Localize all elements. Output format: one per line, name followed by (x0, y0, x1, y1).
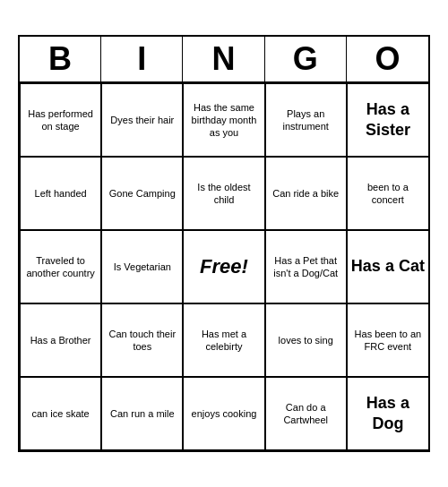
bingo-cell-15[interactable]: Has a Brother (20, 303, 101, 377)
bingo-card: BINGO Has performed on stageDyes their h… (18, 35, 430, 452)
bingo-cell-13[interactable]: Has a Pet that isn't a Dog/Cat (265, 230, 347, 303)
bingo-cell-1[interactable]: Dyes their hair (101, 83, 183, 157)
bingo-cell-23[interactable]: Can do a Cartwheel (265, 377, 347, 450)
bingo-cell-22[interactable]: enjoys cooking (183, 377, 264, 450)
bingo-cell-0[interactable]: Has performed on stage (20, 83, 101, 157)
bingo-cell-12[interactable]: Free! (183, 230, 264, 303)
bingo-cell-5[interactable]: Left handed (20, 157, 101, 230)
bingo-cell-20[interactable]: can ice skate (20, 377, 101, 450)
bingo-cell-16[interactable]: Can touch their toes (101, 303, 183, 377)
bingo-cell-14[interactable]: Has a Cat (347, 230, 428, 303)
bingo-cell-21[interactable]: Can run a mile (101, 377, 183, 450)
bingo-cell-11[interactable]: Is Vegetarian (101, 230, 183, 303)
bingo-cell-17[interactable]: Has met a celebirty (183, 303, 264, 377)
bingo-grid: Has performed on stageDyes their hairHas… (20, 83, 428, 450)
bingo-letter-g: G (265, 37, 347, 81)
bingo-letter-o: O (347, 37, 428, 81)
bingo-header: BINGO (20, 37, 428, 83)
bingo-cell-10[interactable]: Traveled to another country (20, 230, 101, 303)
bingo-cell-19[interactable]: Has been to an FRC event (347, 303, 428, 377)
bingo-cell-18[interactable]: loves to sing (265, 303, 347, 377)
bingo-cell-9[interactable]: been to a concert (347, 157, 428, 230)
bingo-cell-4[interactable]: Has a Sister (347, 83, 428, 157)
bingo-cell-8[interactable]: Can ride a bike (265, 157, 347, 230)
bingo-cell-3[interactable]: Plays an instrument (265, 83, 347, 157)
bingo-cell-2[interactable]: Has the same birthday month as you (183, 83, 264, 157)
bingo-cell-6[interactable]: Gone Camping (101, 157, 183, 230)
bingo-cell-24[interactable]: Has a Dog (347, 377, 428, 450)
bingo-letter-n: N (183, 37, 264, 81)
bingo-letter-b: B (20, 37, 101, 81)
bingo-letter-i: I (101, 37, 183, 81)
bingo-cell-7[interactable]: Is the oldest child (183, 157, 264, 230)
